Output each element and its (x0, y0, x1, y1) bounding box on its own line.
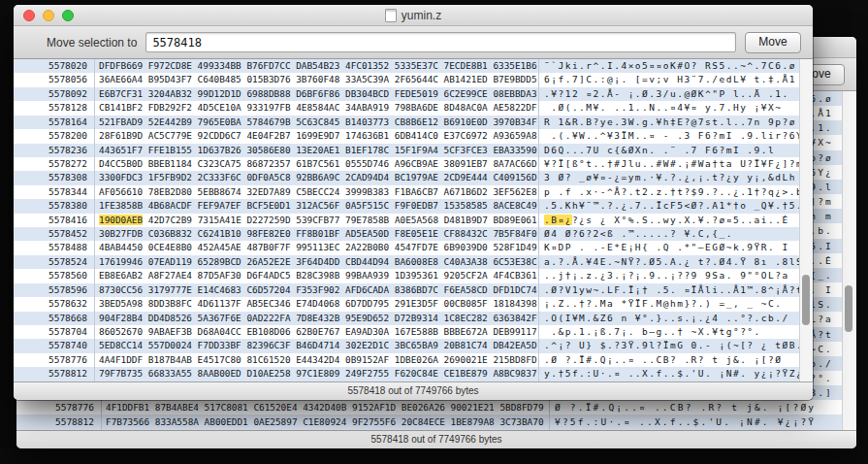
row-hex[interactable]: 79F7B735 66833A55 8AAB00ED D10AE258 97C1… (95, 367, 539, 381)
row-hex[interactable]: AF056610 78EB2D80 5EBB8674 32ED7A89 C5BE… (95, 185, 539, 199)
hex-view[interactable]: 5578020DFDFB669 F972CD8E 499334BB B76FD7… (14, 59, 813, 381)
hex-row: 5578020DFDFB669 F972CD8E 499334BB B76FD7… (14, 59, 813, 73)
move-button[interactable]: Move (745, 32, 801, 53)
hex-row: 557881279F7B735 66833A55 8AAB00ED D10AE2… (14, 367, 813, 381)
row-text[interactable]: .^¡? U} $.?3Ÿ.9l?ÏmG 0.- ¡(~[? ¿ tØB.] (539, 339, 813, 352)
row-text[interactable]: D6Q...7U c{&ØXn. .¨ .7 F6?mI .9.l (539, 144, 813, 157)
row-text[interactable]: .Ø?V1yw~.LF.Ï¡† .5. ¤ÏÅli..Å1™.8^¡Å?t (539, 283, 813, 297)
row-text[interactable]: .Ø(..M¥. ..1..N..¤4¥¤ y.7.Hy ¡¥X~ (539, 101, 813, 115)
row-hex[interactable]: 17619946 07EAD119 65289BCD 26A52E2E 3F64… (95, 255, 539, 269)
row-offset: 5578812 (16, 414, 102, 429)
row-hex[interactable]: DFDFB669 F972CD8E 499334BB B76FD7CC DAB5… (95, 59, 539, 73)
row-text[interactable]: .¥?12 ¤2.Å- ¡.Ø.3/u.@ØK^"P l..Ä .1. (539, 87, 813, 101)
row-offset: 5578524 (14, 255, 95, 269)
row-text[interactable]: .O(I¥M.&Z6 n ¥°.}..s.¡.¿4 ..°?.cb./ (539, 312, 813, 325)
back-scrollbar[interactable] (842, 91, 856, 430)
row-hex[interactable]: 1FE3858B 4B68ACDF FEF9A7EF BCF5E0D1 312A… (95, 199, 539, 213)
row-text[interactable]: .(.¥W..^¥3ÏM..¤ - .3 F6?mI .9.lir?6Y¿ (539, 129, 813, 143)
row-text[interactable]: K¤DP . .-E*E¡H{ .Q .*"—EGØ~k.9ŸR. I (539, 241, 813, 254)
row-text[interactable]: Ø ?.Ï#.Q¡..¤ ..CB? .R? t j&. ¡[?Øy (550, 400, 856, 414)
row-hex[interactable]: 3BED5A98 8DD3B8FC 4D61137F AB5EC346 E74D… (95, 297, 539, 311)
row-offset: 5578236 (14, 144, 95, 157)
row-offset: 5578668 (14, 312, 95, 325)
row-text[interactable]: Ø4 Ø?6?2<ß .™.....? ¥.C,{_. (539, 227, 813, 241)
row-text[interactable]: .Ø ?.Ï#.Q¡..¤ ..CB? .R? t j&. ¡[?Ø (539, 353, 813, 367)
row-hex[interactable]: 8730CC56 3179777E E14C4683 C6D57204 F353… (95, 283, 539, 297)
hex-row: 55783801FE3858B 4B68ACDF FEF9A7EF BCF5E0… (14, 199, 813, 213)
hex-row: 5578668904F28B4 DD4D8526 5A367F6E 0AD222… (14, 312, 813, 325)
row-offset: 5578200 (14, 129, 95, 143)
row-text[interactable]: ¨`Jki.r^.I.4×o5¤¤oK#O? RS5..~^.7C6.ø (539, 59, 813, 73)
row-hex[interactable]: 86052670 9ABAEF3B D68A04CC EB108D06 62B0… (95, 325, 539, 339)
row-offset: 5578776 (14, 353, 95, 367)
hex-row: 5578272D4CC5B0D BBEB1184 C323CA75 868723… (14, 157, 813, 171)
scrollbar-thumb[interactable] (802, 275, 810, 325)
row-text[interactable]: p .f .x·-^Å?.t2.z.†t?$9.?..¿.1†?q¿>.b. (539, 185, 813, 199)
hex-row: 5578812F7B73566 833A558A AB00EDD1 0AE258… (16, 414, 856, 429)
hex-row: 55783083300FDC3 1F5FB9D2 2C333F6C 0DF0A5… (14, 171, 813, 184)
row-text[interactable]: a.?.Å.¥4E.~NŸ?.Ø5.A.¿ t?.Ø4.Ÿ 8ı .8lS. (539, 255, 813, 269)
address-input[interactable] (145, 32, 736, 52)
close-button[interactable] (23, 10, 35, 21)
row-offset: 5578560 (14, 269, 95, 282)
row-hex[interactable]: 904F28B4 DD4D8526 5A367F6E 0AD222FA 7D8E… (95, 312, 539, 325)
row-offset: 5578344 (14, 185, 95, 199)
minimize-button[interactable] (43, 10, 54, 21)
row-text[interactable]: ¡.Z..†?.Ma *ŸÏF.M@hm}?.) =_, _ ~C. (539, 297, 813, 311)
row-offset: 5578272 (14, 157, 95, 171)
row-offset: 5578020 (14, 59, 95, 73)
row-hex[interactable]: CB141BF2 FDB292F2 4D5CE10A 933197FB 4E85… (95, 101, 539, 115)
row-text[interactable]: .B¤¿?¿s ¿ X°%.S..wy.X.¥.?ø¤5..ai..Ė (539, 214, 813, 227)
row-hex[interactable]: F7B73566 833A558A AB00EDD1 0AE25897 C1E8… (102, 414, 550, 429)
row-hex[interactable]: 521FBAD9 52E442B9 7965E0BA 5784679B 5C63… (95, 116, 539, 129)
row-text[interactable]: .&p.1.¡ß.7¡. b—g..† ~X.¥tg°?°. (539, 325, 813, 339)
row-offset: 5578164 (14, 116, 95, 129)
hex-editor-window[interactable]: yumin.z Move selection to Move 5578020DF… (14, 5, 813, 400)
hex-row: 557852417619946 07EAD119 65289BCD 26A52E… (14, 255, 813, 269)
row-text[interactable]: .5.Kh¥¨™.?.¿.7..ÏcF5<Ø?.A1*†o _Q¥.†5.I (539, 199, 813, 213)
row-hex[interactable]: 443651F7 FFE1B155 1D637B26 30586E80 13E2… (95, 144, 539, 157)
row-hex[interactable]: 4BAB4450 0CE4E8B0 452A45AE 487B0F7F 9951… (95, 241, 539, 254)
row-text[interactable]: ¥?Ï[ß°t..†#Jlu..#W#.¡#Wa†ta U?Ï¥F¿]?m (539, 157, 813, 171)
hex-row: 55785968730CC56 3179777E E14C4683 C6D572… (14, 283, 813, 297)
row-hex[interactable]: EB8E6AB2 A8F27AE4 87D5AF30 D6F4ADC5 B28C… (95, 269, 539, 282)
window-title-text: yumin.z (402, 9, 441, 22)
hex-row: 55784884BAB4450 0CE4E8B0 452A45AE 487B0F… (14, 241, 813, 254)
scrollbar[interactable] (799, 59, 813, 381)
hex-row: 5578164521FBAD9 52E442B9 7965E0BA 578467… (14, 116, 813, 129)
row-text[interactable]: 6¡f.7]C.:@¡. [=v;v H3¨7./edL¥ t.‡.Å1 (539, 73, 813, 86)
title-bar: yumin.z (14, 5, 813, 26)
row-hex[interactable]: 36AE66A4 B95D43F7 C640B485 015B3D76 3B76… (95, 73, 539, 86)
zoom-button[interactable] (62, 10, 74, 21)
toolbar: Move selection to Move (14, 26, 813, 59)
row-hex[interactable]: 4A4F1DDF B187B4AB E4517C80 81C61520 E443… (95, 353, 539, 367)
row-text[interactable]: 3 Ø? _ø¥¤-¿=ym.·¥.?.¿,¡.t?¿y y¡,&dLh m (539, 171, 813, 184)
selected-text: .B¤¿ (544, 215, 572, 225)
row-offset: 5578488 (14, 241, 95, 254)
window-controls (23, 10, 74, 21)
row-hex[interactable]: D4CC5B0D BBEB1184 C323CA75 86872357 61B7… (95, 157, 539, 171)
row-hex[interactable]: 30B27FDB C036B832 C6241B10 98FE82E0 FF8B… (95, 227, 539, 241)
row-offset: 5578416 (14, 214, 95, 227)
hex-row: 55786323BED5A98 8DD3B8FC 4D61137F AB5EC3… (14, 297, 813, 311)
row-text[interactable]: y.†5f.:U·.¤ ..X.f..$.'U. ¡N#. y¿¡?ŸZ¿ (539, 367, 813, 381)
row-offset: 5578380 (14, 199, 95, 213)
row-hex[interactable]: 3300FDC3 1F5FB9D2 2C333F6C 0DF0A5C8 92BB… (95, 171, 539, 184)
row-hex[interactable]: 5ED8CC14 557D0024 F7DD33BF 82396C3F B46D… (95, 339, 539, 352)
row-hex[interactable]: 28F61B9D AC5C779E 92CDD6C7 4E04F2B7 1699… (95, 129, 539, 143)
row-text[interactable]: R 1&R.B?ye.3W.g.¥h‡E?@7st.l..7n 9p?ø (539, 116, 813, 129)
hex-row: 5578560EB8E6AB2 A8F27AE4 87D5AF30 D6F4AD… (14, 269, 813, 282)
row-hex[interactable]: 190D0AEB 42D7C2B9 7315A41E D227259D 539C… (95, 214, 539, 227)
hex-row: 5578236443651F7 FFE1B155 1D637B26 30586E… (14, 144, 813, 157)
hex-row: 55787764F1DDFB1 87B4ABE4 517C8081 C61520… (16, 400, 856, 414)
row-offset: 5578704 (14, 325, 95, 339)
back-status-bar: 5578418 out of 7749766 bytes (16, 430, 856, 448)
row-hex[interactable]: 4F1DDFB1 87B4ABE4 517C8081 C61520E4 4342… (102, 400, 550, 414)
back-scrollbar-thumb[interactable] (845, 285, 852, 332)
row-hex[interactable]: E6B7CF31 3204AB32 99D12D1D 6988DB88 D6BF… (95, 87, 539, 101)
move-selection-label: Move selection to (25, 36, 137, 50)
hex-row: 557820028F61B9D AC5C779E 92CDD6C7 4E04F2… (14, 129, 813, 143)
row-offset: 5578056 (14, 73, 95, 86)
row-text[interactable]: ¥?5f.:U·.¤ ..X.f..$.'U. ¡N#. ¥¿¡?Ÿ (550, 414, 856, 429)
row-text[interactable]: ..j†¡.z.¿3.¡?¡.9..¡??9 9Sa. 9"°OL?a (539, 269, 813, 282)
